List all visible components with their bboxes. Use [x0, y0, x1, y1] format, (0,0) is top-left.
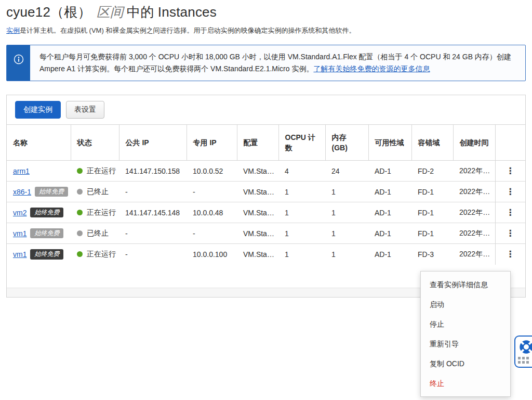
shape: VM.Sta…	[237, 182, 278, 202]
public-ip: -	[119, 244, 187, 265]
menu-item-stop[interactable]: 停止	[421, 314, 510, 334]
memory-gb: 1	[325, 202, 368, 223]
table-row: arm1 正在运行 141.147.150.158 10.0.0.52 VM.S…	[7, 161, 525, 182]
shape: VM.Sta…	[237, 223, 278, 244]
private-ip: 10.0.0.48	[187, 202, 237, 223]
ocpu-count: 1	[278, 244, 325, 265]
instances-page: cyue12（根）区间中的 Instances 实例是计算主机。在虚拟机 (VM…	[0, 3, 532, 298]
col-header-actions	[495, 125, 525, 161]
lifebuoy-help-icon[interactable]	[518, 339, 532, 355]
info-icon	[13, 54, 24, 65]
page-title: cyue12（根）区间中的 Instances	[6, 3, 526, 21]
menu-item-copy-ocid[interactable]: 复制 OCID	[421, 354, 510, 373]
instance-link[interactable]: vm1	[13, 250, 26, 259]
ocpu-count: 1	[278, 202, 325, 223]
status-badge: 已终止	[77, 187, 113, 197]
memory-gb: 1	[325, 182, 368, 202]
instance-link[interactable]: vm1	[13, 229, 26, 238]
col-header-private-ip: 专用 IP	[187, 125, 237, 161]
created-time: 2022年…	[453, 161, 495, 182]
availability-domain: AD-1	[368, 223, 411, 244]
col-header-name: 名称	[7, 125, 71, 161]
status-badge: 正在运行	[77, 250, 113, 259]
private-ip: -	[187, 223, 237, 244]
instance-link[interactable]: arm1	[13, 167, 30, 175]
fault-domain: FD-1	[411, 202, 453, 223]
fault-domain: FD-3	[411, 244, 453, 265]
instances-table: 名称 状态 公共 IP 专用 IP 配置 OCPU 计数 内存 (GB) 可用性…	[7, 124, 525, 265]
menu-item-terminate[interactable]: 终止	[421, 373, 510, 393]
instance-link[interactable]: vm2	[13, 209, 26, 217]
instance-link[interactable]: x86-1	[13, 188, 31, 196]
memory-gb: 1	[325, 223, 368, 244]
private-ip: 10.0.0.100	[187, 244, 237, 265]
instances-panel: 创建实例 表设置 名称 状态 公共 IP 专用 IP 配置 OCPU 计数 内存…	[6, 95, 526, 298]
create-instance-button[interactable]: 创建实例	[15, 101, 61, 119]
col-header-memory: 内存 (GB)	[325, 125, 368, 161]
compartment-name: cyue12（根）	[6, 4, 91, 20]
status-badge: 正在运行	[77, 166, 113, 176]
table-row: x86-1始终免费 已终止 - - VM.Sta… 1 1 AD-1 FD-1 …	[7, 182, 525, 202]
status-badge: 正在运行	[77, 208, 113, 217]
shape: VM.Sta…	[237, 202, 278, 223]
banner-message: 每个租户每月可免费获得前 3,000 个 OCPU 小时和 18,000 GB …	[39, 53, 511, 73]
public-ip: 141.147.150.158	[119, 161, 187, 182]
drag-handle-dots-icon[interactable]	[518, 357, 529, 364]
memory-gb: 1	[325, 244, 368, 265]
col-header-ocpu: OCPU 计数	[278, 125, 325, 161]
col-header-fd: 容错域	[411, 125, 453, 161]
public-ip: -	[119, 223, 187, 244]
fault-domain: FD-1	[411, 223, 453, 244]
col-header-public-ip: 公共 IP	[119, 125, 187, 161]
private-ip: -	[187, 182, 237, 202]
table-toolbar: 创建实例 表设置	[7, 95, 525, 124]
col-header-created: 创建时间	[453, 125, 495, 161]
public-ip: -	[119, 182, 187, 202]
row-actions-kebab-icon[interactable]: ⋮	[506, 208, 515, 217]
col-header-ad: 可用性域	[368, 125, 411, 161]
status-dot-icon	[77, 251, 83, 257]
col-header-status: 状态	[71, 125, 119, 161]
table-row: vm1始终免费 已终止 - - VM.Sta… 1 1 AD-1 FD-1 20…	[7, 223, 525, 244]
memory-gb: 24	[325, 161, 368, 182]
table-settings-button[interactable]: 表设置	[66, 101, 104, 119]
title-suffix: 中的 Instances	[127, 4, 217, 20]
table-row: vm2始终免费 正在运行 141.147.145.148 10.0.0.48 V…	[7, 202, 525, 223]
free-tier-info-banner: 每个租户每月可免费获得前 3,000 个 OCPU 小时和 18,000 GB …	[6, 45, 526, 81]
col-header-shape: 配置	[237, 125, 278, 161]
availability-domain: AD-1	[368, 202, 411, 223]
row-actions-kebab-icon[interactable]: ⋮	[506, 249, 515, 259]
menu-item-view-details[interactable]: 查看实例详细信息	[421, 275, 510, 294]
ocpu-count: 4	[278, 161, 325, 182]
status-dot-icon	[77, 189, 83, 195]
status-badge: 已终止	[77, 229, 113, 238]
always-free-badge: 始终免费	[30, 208, 63, 217]
created-time: 2022年…	[453, 244, 495, 265]
help-widget[interactable]	[514, 336, 532, 368]
always-free-badge: 始终免费	[30, 249, 63, 259]
created-time: 2022年…	[453, 202, 495, 223]
availability-domain: AD-1	[368, 161, 411, 182]
instances-doc-link[interactable]: 实例	[6, 27, 20, 34]
availability-domain: AD-1	[368, 182, 411, 202]
row-actions-kebab-icon[interactable]: ⋮	[506, 166, 515, 176]
banner-text: 每个租户每月可免费获得前 3,000 个 OCPU 小时和 18,000 GB …	[30, 45, 525, 81]
always-free-link[interactable]: 了解有关始终免费的资源的更多信息	[313, 64, 430, 73]
status-dot-icon	[77, 210, 83, 215]
status-dot-icon	[77, 168, 83, 174]
always-free-badge: 始终免费	[30, 228, 63, 238]
banner-icon-box	[7, 45, 30, 81]
status-dot-icon	[77, 230, 83, 236]
always-free-badge: 始终免费	[35, 187, 68, 197]
menu-item-start[interactable]: 启动	[421, 294, 510, 314]
row-actions-kebab-icon[interactable]: ⋮	[506, 228, 515, 238]
fault-domain: FD-2	[411, 161, 453, 182]
private-ip: 10.0.0.52	[187, 161, 237, 182]
shape: VM.Sta…	[237, 244, 278, 265]
row-actions-kebab-icon[interactable]: ⋮	[506, 187, 515, 197]
row-actions-context-menu: 查看实例详细信息 启动 停止 重新引导 复制 OCID 终止	[420, 271, 511, 397]
page-description: 实例是计算主机。在虚拟机 (VM) 和裸金属实例之间进行选择。用于启动实例的映像…	[6, 26, 526, 35]
ocpu-count: 1	[278, 223, 325, 244]
menu-item-reboot[interactable]: 重新引导	[421, 334, 510, 354]
page-description-text: 是计算主机。在虚拟机 (VM) 和裸金属实例之间进行选择。用于启动实例的映像确定…	[20, 27, 355, 34]
